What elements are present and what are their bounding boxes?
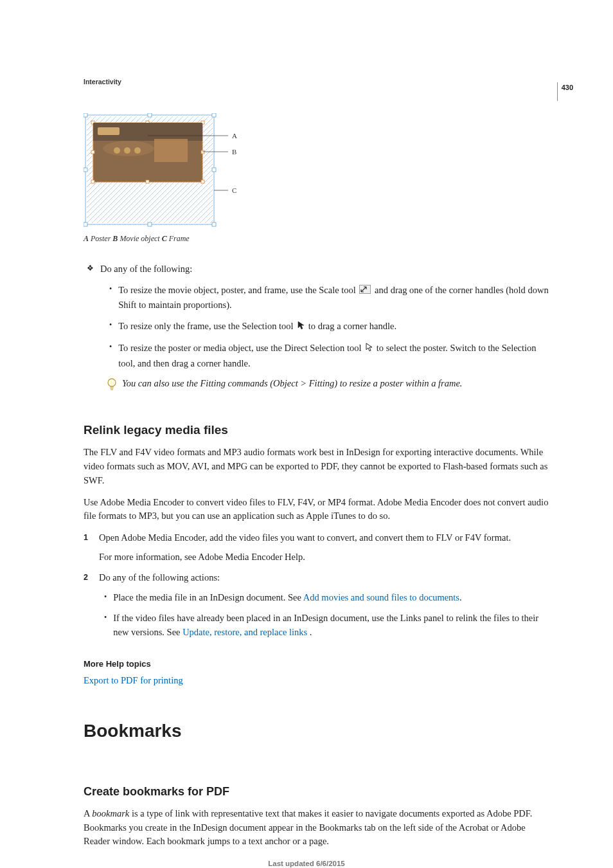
relink-steps: 1 Open Adobe Media Encoder, add the vide…	[84, 531, 552, 640]
bullet-icon: •	[109, 283, 112, 295]
caption-c-letter: C	[162, 234, 167, 243]
svg-point-24	[124, 147, 130, 154]
section-label: Interactivity	[84, 77, 552, 87]
step-item: 2 Do any of the following actions: • Pla…	[84, 571, 552, 640]
footer-last-updated: Last updated 6/6/2015	[0, 858, 613, 868]
callout-A: A	[232, 132, 237, 140]
selection-tool-icon	[297, 320, 305, 334]
caption-c-text: Frame	[167, 234, 190, 243]
heading-bookmarks: Bookmarks	[84, 718, 552, 745]
paragraph: Use Adobe Media Encoder to convert video…	[84, 496, 552, 524]
list-item-text: To resize the poster or media object, us…	[118, 341, 552, 370]
instruction-lead: ❖ Do any of the following:	[84, 262, 552, 276]
bullet-icon: •	[104, 591, 107, 603]
list-item: • To resize the poster or media object, …	[109, 341, 552, 370]
tip: You can also use the Fitting commands (O…	[107, 377, 552, 395]
caption-b-text: Movie object	[118, 234, 161, 243]
figure-movie-frame: A B C	[84, 113, 552, 229]
svg-rect-17	[201, 150, 204, 154]
bullet-icon: •	[109, 319, 112, 331]
paragraph: The FLV and F4V video formats and MP3 au…	[84, 446, 552, 487]
heading-create-bookmarks: Create bookmarks for PDF	[84, 783, 552, 800]
svg-point-33	[110, 381, 114, 385]
bullet-icon: •	[104, 611, 107, 624]
step-text: Do any of the following actions:	[99, 571, 552, 585]
more-help-heading: More Help topics	[84, 658, 552, 671]
list-item: • Place the media file in an InDesign do…	[99, 591, 552, 605]
diamond-bullet-icon: ❖	[87, 262, 94, 274]
list-item: • If the video files have already been p…	[99, 611, 552, 640]
figure-svg: A B C	[84, 113, 238, 229]
svg-rect-18	[91, 180, 94, 183]
scale-tool-icon	[359, 284, 371, 298]
italic-term: bookmark	[92, 808, 129, 818]
step-text-extra: For more information, see Adobe Media En…	[99, 550, 552, 565]
bullet-icon: •	[109, 341, 112, 353]
page-number: 430	[557, 82, 573, 101]
svg-rect-19	[146, 180, 149, 183]
list-item-text: To resize only the frame, use the Select…	[118, 319, 396, 334]
step-number: 1	[84, 532, 88, 544]
lightbulb-icon	[107, 377, 117, 395]
list-item-text: Place the media file in an InDesign docu…	[113, 591, 461, 605]
caption-a-letter: A	[84, 234, 89, 243]
paragraph-bookmark-intro: A bookmark is a type of link with repres…	[84, 807, 552, 849]
step2-sublist: • Place the media file in an InDesign do…	[99, 591, 552, 639]
list-item-text: If the video files have already been pla…	[113, 611, 552, 640]
callout-C: C	[232, 186, 236, 194]
link-update-restore[interactable]: Update, restore, and replace links	[182, 627, 307, 637]
step-number: 2	[84, 572, 88, 584]
link-export-pdf[interactable]: Export to PDF for printing	[84, 674, 552, 688]
svg-rect-26	[154, 139, 188, 162]
svg-rect-16	[91, 150, 94, 154]
list-item: • To resize the movie object, poster, an…	[109, 283, 552, 312]
page: 430 Interactivity	[0, 0, 613, 868]
resize-options-list: • To resize the movie object, poster, an…	[109, 283, 552, 371]
list-item-text: To resize the movie object, poster, and …	[118, 283, 552, 312]
step-text: Open Adobe Media Encoder, add the video …	[99, 531, 552, 545]
svg-rect-20	[201, 180, 204, 183]
svg-point-25	[134, 147, 141, 154]
figure-caption: A Poster B Movie object C Frame	[84, 233, 552, 244]
heading-relink-legacy: Relink legacy media files	[84, 421, 552, 440]
list-item: • To resize only the frame, use the Sele…	[109, 319, 552, 334]
instruction-lead-text: Do any of the following:	[100, 262, 192, 276]
tip-text: You can also use the Fitting commands (O…	[122, 377, 462, 391]
link-add-movies[interactable]: Add movies and sound files to documents	[303, 592, 459, 602]
svg-rect-27	[98, 127, 120, 135]
callout-B: B	[232, 148, 236, 156]
direct-selection-tool-icon	[365, 341, 373, 356]
svg-point-23	[114, 147, 120, 154]
step-item: 1 Open Adobe Media Encoder, add the vide…	[84, 531, 552, 565]
caption-a-text: Poster	[89, 234, 112, 243]
